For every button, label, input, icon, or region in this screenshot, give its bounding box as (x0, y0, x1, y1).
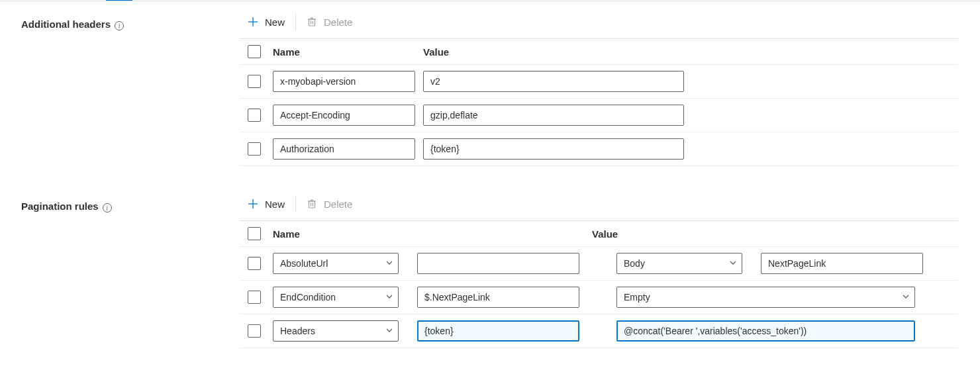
select-value: Headers (273, 320, 399, 342)
value-type-select[interactable]: Empty (616, 287, 915, 308)
new-button[interactable]: New (240, 196, 293, 212)
pagination-table-header: Name Value (240, 221, 958, 247)
trash-icon (307, 17, 317, 27)
name-extra-input[interactable] (417, 253, 579, 274)
delete-button[interactable]: Delete (299, 14, 360, 30)
name-extra-input[interactable]: {token} (417, 320, 579, 342)
delete-button-label: Delete (324, 17, 352, 28)
header-name-input[interactable]: x-myobapi-version (273, 71, 415, 92)
new-button[interactable]: New (240, 14, 293, 30)
select-value: AbsoluteUrl (273, 253, 399, 274)
section-title: Additional headers (21, 19, 111, 30)
header-value-input[interactable]: {token} (423, 138, 684, 160)
headers-table-header: Name Value (240, 39, 958, 65)
trash-icon (307, 199, 317, 209)
header-name-input[interactable]: Authorization (273, 138, 415, 160)
pagination-toolbar: New Delete (240, 195, 958, 221)
delete-button-label: Delete (324, 199, 352, 210)
column-header-value[interactable]: Value (592, 228, 950, 240)
select-value: Body (616, 253, 742, 274)
table-row: Headers {token} @concat('Bearer ',variab… (240, 314, 958, 348)
plus-icon (248, 17, 258, 27)
new-button-label: New (265, 17, 285, 28)
section-title: Pagination rules (21, 201, 99, 212)
table-row: EndCondition $.NextPageLink Empty (240, 281, 958, 314)
svg-rect-2 (309, 19, 315, 26)
info-icon[interactable]: i (115, 21, 124, 30)
value-type-select[interactable]: Body (616, 253, 742, 274)
select-value: EndCondition (273, 287, 399, 308)
toolbar-separator (295, 195, 296, 212)
info-icon[interactable]: i (103, 203, 112, 212)
column-header-name[interactable]: Name (273, 228, 584, 240)
table-row: AbsoluteUrl Body NextPageLink (240, 247, 958, 281)
row-checkbox[interactable] (248, 257, 261, 270)
name-type-select[interactable]: EndCondition (273, 287, 399, 308)
column-header-value[interactable]: Value (423, 46, 950, 58)
plus-icon (248, 199, 258, 209)
select-value: Empty (616, 287, 915, 308)
header-value-input[interactable]: gzip,deflate (423, 105, 684, 126)
table-row: Authorization {token} (240, 132, 958, 166)
headers-toolbar: New Delete (240, 13, 958, 39)
toolbar-separator (295, 13, 296, 30)
select-all-checkbox[interactable] (248, 227, 261, 240)
row-checkbox[interactable] (248, 109, 261, 122)
value-extra-input[interactable]: NextPageLink (761, 253, 923, 274)
table-row: x-myobapi-version v2 (240, 65, 958, 99)
section-label-additional-headers: Additional headers i (21, 13, 240, 166)
delete-button[interactable]: Delete (299, 196, 360, 212)
new-button-label: New (265, 199, 285, 210)
header-value-input[interactable]: v2 (423, 71, 684, 92)
name-type-select[interactable]: AbsoluteUrl (273, 253, 399, 274)
header-name-input[interactable]: Accept-Encoding (273, 105, 415, 126)
row-checkbox[interactable] (248, 291, 261, 304)
value-expression-input[interactable]: @concat('Bearer ',variables('access_toke… (616, 320, 915, 342)
row-checkbox[interactable] (248, 75, 261, 88)
table-row: Accept-Encoding gzip,deflate (240, 99, 958, 132)
row-checkbox[interactable] (248, 324, 261, 338)
name-extra-input[interactable]: $.NextPageLink (417, 287, 579, 308)
svg-rect-9 (309, 201, 315, 208)
select-all-checkbox[interactable] (248, 45, 261, 58)
section-label-pagination-rules: Pagination rules i (21, 195, 240, 348)
row-checkbox[interactable] (248, 142, 261, 156)
column-header-name[interactable]: Name (273, 46, 415, 58)
name-type-select[interactable]: Headers (273, 320, 399, 342)
